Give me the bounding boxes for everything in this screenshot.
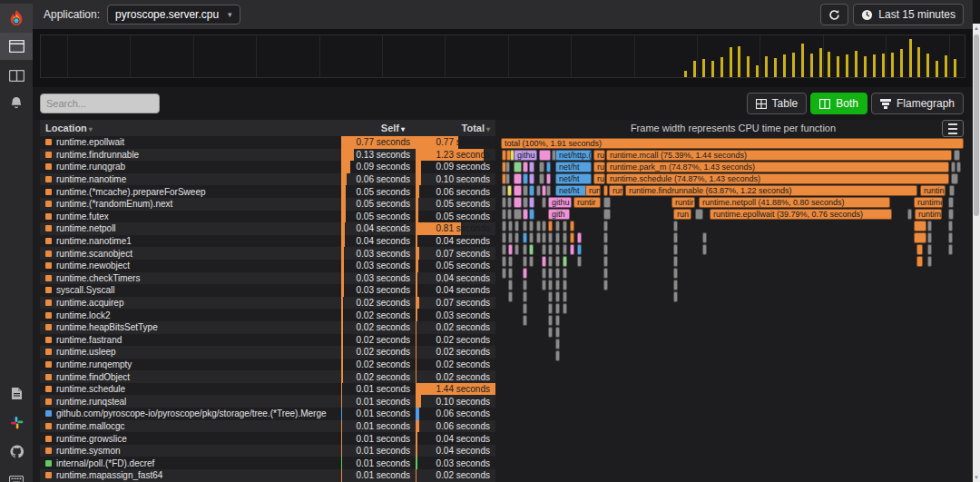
flame-frame[interactable] (505, 173, 510, 184)
table-row[interactable]: runtime.fastrand0.02 seconds0.02 seconds (40, 334, 495, 347)
flame-frame[interactable] (529, 162, 534, 172)
flame-frame[interactable] (951, 173, 958, 184)
flamegraph-menu-button[interactable] (942, 120, 964, 137)
flame-frame[interactable] (673, 280, 678, 290)
flame-frame[interactable] (555, 232, 560, 243)
flame-frame[interactable] (673, 256, 678, 267)
timeline-plot[interactable]: 12:4412:4512:4612:4712:4812:4912:5012:51… (40, 34, 965, 78)
flame-frame[interactable] (948, 244, 953, 255)
flame-frame[interactable] (502, 256, 506, 267)
flame-frame[interactable] (548, 232, 553, 243)
flame-frame[interactable]: runtime.epollwait (39.79%, 0.76 seconds) (710, 209, 892, 220)
flame-frame[interactable] (508, 280, 513, 290)
flame-frame[interactable] (916, 244, 923, 255)
table-row[interactable]: syscall.Syscall0.03 seconds0.04 seconds (40, 284, 495, 297)
flame-frame[interactable] (555, 221, 560, 231)
table-row[interactable]: runtime.mallocgc0.01 seconds0.06 seconds (40, 420, 495, 433)
flamegraph[interactable]: total (100%, 1.91 seconds)githunet/http.… (501, 138, 964, 480)
table-row[interactable]: runtime.runqgrab0.09 seconds0.09 seconds (40, 161, 495, 173)
flame-frame[interactable] (548, 244, 553, 255)
flame-frame[interactable] (603, 197, 611, 208)
table-row[interactable]: runtime.runqsteal0.01 seconds0.10 second… (40, 395, 495, 408)
flame-frame[interactable] (514, 244, 519, 255)
flame-frame[interactable] (555, 268, 560, 279)
flame-frame[interactable] (555, 244, 560, 255)
flame-frame[interactable]: runtim (593, 150, 605, 161)
flame-frame[interactable] (548, 256, 553, 267)
flame-frame[interactable]: runtim (593, 162, 605, 172)
flame-frame[interactable] (927, 256, 932, 267)
flame-frame[interactable] (542, 221, 546, 231)
flame-frame[interactable] (539, 173, 544, 184)
flame-frame[interactable] (673, 244, 678, 255)
time-range-button[interactable]: Last 15 minutes (853, 4, 964, 25)
column-header-self[interactable]: Self▾ (330, 123, 410, 133)
flame-frame[interactable] (539, 150, 551, 161)
flame-frame[interactable] (523, 244, 527, 255)
flame-frame[interactable] (563, 303, 567, 314)
table-row[interactable]: runtime.schedule0.01 seconds1.44 seconds (40, 383, 495, 396)
table-row[interactable]: runtime.sysmon0.01 seconds0.04 seconds (40, 445, 495, 457)
flame-frame[interactable] (546, 162, 551, 172)
flame-frame[interactable]: runtim (915, 209, 942, 220)
flame-frame[interactable]: runtime.mcall (75.39%, 1.44 seconds) (606, 150, 952, 161)
table-row[interactable]: runtime.netpoll0.04 seconds0.81 seconds (40, 222, 495, 235)
flame-frame[interactable] (563, 256, 567, 267)
flame-frame[interactable]: gith (548, 209, 570, 220)
flame-frame[interactable] (502, 244, 506, 255)
flame-frame[interactable] (949, 185, 955, 196)
flame-frame[interactable] (914, 232, 926, 243)
flame-frame[interactable] (548, 291, 553, 302)
flame-frame[interactable] (542, 197, 546, 208)
table-row[interactable]: runtime.lock20.02 seconds0.03 seconds (40, 309, 495, 321)
flame-frame[interactable] (603, 209, 611, 220)
flame-frame[interactable]: runtime.netpoll (41.88%, 0.80 seconds) (699, 197, 890, 208)
flame-frame[interactable] (542, 244, 546, 255)
flame-frame[interactable] (548, 315, 553, 326)
flame-frame[interactable] (603, 280, 608, 290)
table-row[interactable]: runtime.(*randomEnum).next0.05 seconds0.… (40, 198, 495, 211)
flame-frame[interactable] (542, 280, 546, 290)
page-scrollbar[interactable]: ▲ ▼ (973, 24, 980, 482)
table-row[interactable]: runtime.acquirep0.02 seconds0.07 seconds (40, 297, 495, 310)
flame-frame[interactable] (673, 291, 678, 302)
view-button-both[interactable]: Both (810, 93, 867, 114)
flame-frame[interactable] (539, 162, 544, 172)
flame-frame[interactable] (916, 256, 923, 267)
flame-frame[interactable] (523, 303, 527, 314)
flame-frame[interactable] (514, 173, 522, 184)
flame-frame[interactable] (502, 268, 506, 279)
flame-frame[interactable] (508, 244, 513, 255)
flame-frame[interactable]: runtime.schedule (74.87%, 1.43 seconds) (606, 173, 949, 184)
flame-frame[interactable]: total (100%, 1.91 seconds) (501, 138, 964, 149)
flame-frame[interactable] (508, 256, 513, 267)
flame-frame[interactable] (507, 185, 512, 196)
flame-frame[interactable] (555, 315, 560, 326)
flame-frame[interactable] (548, 327, 553, 338)
search-input[interactable] (40, 93, 160, 113)
flame-frame[interactable] (948, 197, 954, 208)
flame-frame[interactable] (536, 221, 541, 231)
flame-frame[interactable]: run (673, 209, 691, 220)
flame-frame[interactable] (927, 232, 932, 243)
flame-frame[interactable] (507, 197, 512, 208)
flame-frame[interactable] (529, 221, 534, 231)
flame-frame[interactable]: net/ht (555, 173, 592, 184)
flame-frame[interactable] (555, 327, 560, 338)
flame-frame[interactable]: runtin (920, 185, 946, 196)
flame-frame[interactable]: runtime (914, 197, 943, 208)
flame-frame[interactable] (508, 232, 513, 243)
scrollbar-thumb[interactable] (974, 34, 979, 216)
flame-frame[interactable]: githu (548, 197, 572, 208)
flame-frame[interactable] (563, 291, 567, 302)
flame-frame[interactable] (502, 221, 506, 231)
table-row[interactable]: github.com/pyroscope-io/pyroscope/pkg/st… (40, 408, 495, 420)
flame-frame[interactable]: runtime.park_m (74.87%, 1.43 seconds) (606, 162, 949, 172)
flame-frame[interactable] (555, 303, 560, 314)
flame-frame[interactable] (542, 256, 546, 267)
table-row[interactable]: internal/poll.(*FD).decref0.01 seconds0.… (40, 457, 495, 469)
flame-frame[interactable] (555, 256, 560, 267)
flame-frame[interactable]: net/http.(* (555, 150, 592, 161)
flame-frame[interactable] (523, 280, 527, 290)
table-row[interactable]: runtime.nanotime10.04 seconds0.04 second… (40, 235, 495, 248)
